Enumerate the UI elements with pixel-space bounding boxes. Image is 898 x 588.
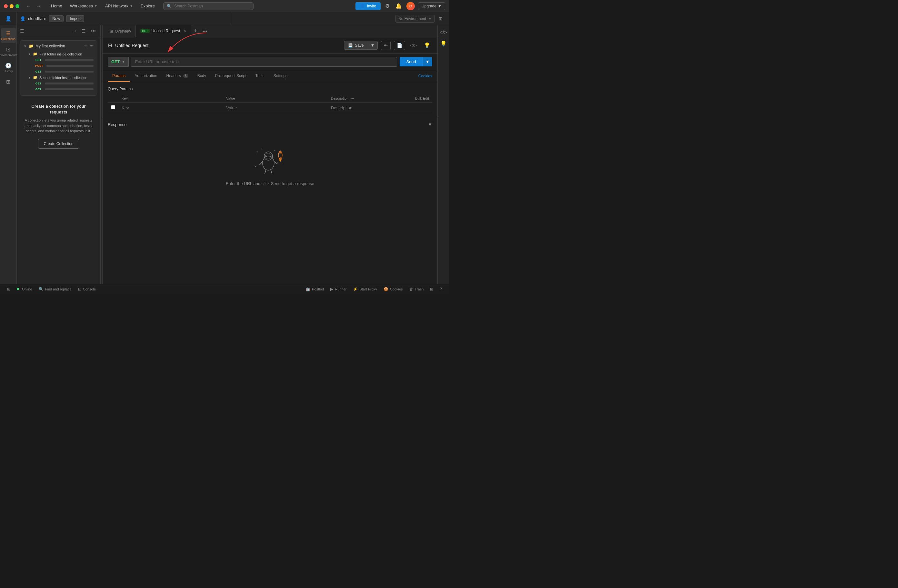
send-dropdown-button[interactable]: ▼ (423, 57, 432, 66)
request-item[interactable]: GET (23, 69, 94, 74)
collection-card: ▼ 📁 My first collection ☆ ••• ▼ 📁 First … (20, 40, 97, 96)
save-dropdown-button[interactable]: ▼ (368, 41, 377, 49)
expand-icon: ⊞ (7, 287, 10, 292)
key-cell[interactable] (118, 103, 223, 113)
tab-params[interactable]: Params (108, 70, 130, 82)
bottom-help[interactable]: ? (437, 286, 445, 293)
tab-close-button[interactable]: ✕ (183, 29, 186, 33)
tab-settings[interactable]: Settings (269, 70, 292, 82)
bottom-grid[interactable]: ⊞ (427, 286, 437, 293)
url-input[interactable] (131, 57, 397, 67)
tab-pre-request[interactable]: Pre-request Script (211, 70, 251, 82)
tab-headers[interactable]: Headers 6 (161, 70, 192, 82)
nav-workspaces[interactable]: Workspaces ▼ (67, 2, 101, 10)
key-input[interactable] (121, 105, 220, 110)
code-button[interactable]: </> (408, 41, 419, 50)
headers-count-badge: 6 (183, 74, 188, 78)
bottom-cookies[interactable]: 🍪 Cookies (380, 286, 406, 293)
request-item[interactable]: GET (23, 81, 94, 86)
request-url-bar (46, 65, 94, 67)
sidebar-item-environments[interactable]: ⊡ Environments (1, 44, 16, 59)
upgrade-button[interactable]: Upgrade ▼ (418, 2, 445, 10)
method-selector[interactable]: GET ▼ (108, 57, 129, 67)
user-icon: 👤 (20, 16, 26, 21)
collection-star-icon[interactable]: ☆ (84, 44, 88, 48)
runner-icon: ▶ (330, 287, 333, 292)
folder-1-arrow[interactable]: ▼ (28, 52, 31, 56)
method-post-badge: POST (34, 64, 45, 68)
panel-more-button[interactable]: ••• (90, 28, 97, 34)
more-tabs-button[interactable]: ••• (200, 29, 210, 34)
cookies-link[interactable]: Cookies (418, 71, 432, 81)
edit-button[interactable]: ✏ (381, 41, 391, 50)
request-item[interactable]: GET (23, 57, 94, 63)
nav-home[interactable]: Home (48, 2, 66, 10)
value-input[interactable] (226, 105, 324, 110)
create-collection-button[interactable]: Create Collection (38, 139, 79, 149)
request-item[interactable]: GET (23, 86, 94, 92)
folder-2-arrow[interactable]: ▼ (28, 76, 31, 79)
value-cell[interactable] (223, 103, 328, 113)
minimize-button[interactable] (10, 4, 14, 8)
response-collapse-button[interactable]: ▼ (428, 122, 432, 127)
save-button[interactable]: 💾 Save (344, 41, 368, 49)
description-cell[interactable] (328, 103, 432, 113)
bottom-find-replace[interactable]: 🔍 Find and replace (35, 286, 75, 293)
settings-button[interactable]: ⚙ (384, 2, 391, 10)
avatar[interactable]: C (406, 2, 415, 10)
back-button[interactable]: ← (25, 3, 32, 10)
bottom-start-proxy[interactable]: ⚡ Start Proxy (350, 286, 380, 293)
bulk-edit-link[interactable]: Bulk Edit (415, 97, 429, 100)
bottom-expand-button[interactable]: ⊞ (4, 286, 14, 293)
svg-point-15 (255, 166, 256, 167)
fullscreen-button[interactable] (15, 4, 19, 8)
description-input[interactable] (331, 105, 429, 110)
new-button[interactable]: New (49, 15, 63, 22)
panel-filter-button[interactable]: ☰ (80, 28, 87, 34)
nav-api-network[interactable]: API Network ▼ (102, 2, 136, 10)
notifications-button[interactable]: 🔔 (394, 2, 403, 10)
collection-collapse-arrow[interactable]: ▼ (23, 45, 27, 48)
nav-explore[interactable]: Explore (137, 2, 158, 10)
environment-selector[interactable]: No Environment ▼ (395, 15, 435, 23)
row-checkbox[interactable] (108, 103, 118, 113)
assistant-button[interactable]: 💡 (438, 39, 449, 49)
import-button[interactable]: Import (66, 15, 84, 22)
collection-header: ▼ 📁 My first collection ☆ ••• (23, 44, 94, 48)
lightbulb-button[interactable]: 💡 (422, 41, 432, 50)
environment-manager-button[interactable]: ⊞ (437, 15, 444, 23)
tab-overview[interactable]: ⊞ Overview (105, 25, 136, 37)
bottom-console[interactable]: ⊡ Console (75, 286, 99, 293)
tab-body[interactable]: Body (193, 70, 211, 82)
sidebar-item-collections[interactable]: ☰ Collections (1, 28, 16, 43)
api-network-dropdown-arrow: ▼ (130, 4, 133, 8)
invite-button[interactable]: 👤 Invite (355, 2, 381, 10)
forward-button[interactable]: → (35, 3, 43, 10)
send-button[interactable]: Send (400, 57, 422, 66)
console-icon: ⊡ (78, 287, 81, 292)
svg-point-13 (275, 150, 275, 151)
tab-tests[interactable]: Tests (251, 70, 269, 82)
request-title: Untitled Request (115, 43, 341, 48)
code-snippet-button[interactable]: </> (438, 28, 449, 37)
tab-untitled-request[interactable]: GET Untitled Request ✕ (136, 25, 191, 37)
sidebar-item-history[interactable]: 🕐 History (1, 60, 16, 75)
tab-authorization[interactable]: Authorization (130, 70, 161, 82)
bottom-online-status[interactable]: Online (14, 286, 35, 292)
bottom-runner[interactable]: ▶ Runner (327, 286, 350, 293)
search-bar[interactable]: 🔍 (163, 2, 254, 10)
query-params-title: Query Params (108, 87, 432, 91)
description-header: Description ••• Bulk Edit (328, 94, 432, 103)
search-input[interactable] (174, 4, 250, 8)
bottom-trash[interactable]: 🗑 Trash (406, 286, 427, 293)
document-button[interactable]: 📄 (394, 41, 405, 50)
params-checkbox[interactable] (111, 105, 115, 109)
request-item[interactable]: POST (23, 63, 94, 69)
panel-add-button[interactable]: + (72, 28, 78, 34)
bottom-postbot[interactable]: 🤖 Postbot (302, 286, 327, 293)
sidebar-item-apis[interactable]: ⊞ (1, 76, 16, 88)
tab-method-badge: GET (140, 29, 150, 33)
close-button[interactable] (4, 4, 8, 8)
new-tab-button[interactable]: + (191, 28, 200, 34)
collection-options-icon[interactable]: ••• (89, 44, 94, 48)
